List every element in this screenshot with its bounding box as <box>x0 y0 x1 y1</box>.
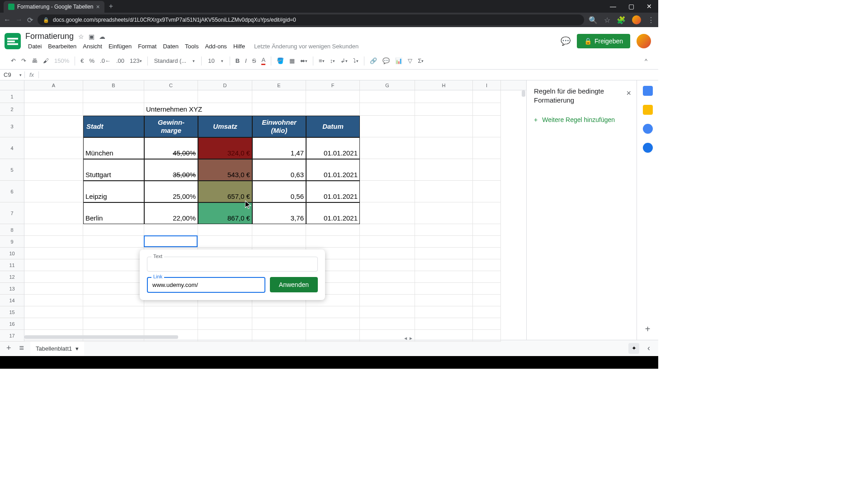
document-title[interactable]: Formatierung <box>25 32 74 41</box>
row-header-17[interactable]: 17 <box>0 330 24 342</box>
cell-stadt-1[interactable]: München <box>83 137 144 159</box>
link-button[interactable]: 🔗 <box>368 56 379 66</box>
all-sheets-button[interactable]: ≡ <box>18 343 26 353</box>
row-header-4[interactable]: 4 <box>0 137 24 159</box>
column-header-I[interactable]: I <box>473 80 501 90</box>
close-tab-icon[interactable]: × <box>96 3 100 10</box>
add-addon-icon[interactable]: + <box>645 324 651 334</box>
chart-button[interactable]: 📊 <box>393 56 404 66</box>
cell-einwohner-3[interactable]: 0,56 <box>252 181 306 202</box>
contacts-icon[interactable] <box>643 143 653 153</box>
sheet-nav-arrows[interactable]: ◄► <box>403 336 413 341</box>
undo-button[interactable]: ↶ <box>9 56 18 66</box>
column-header-B[interactable]: B <box>83 80 144 90</box>
cell-stadt-3[interactable]: Leipzig <box>83 181 144 202</box>
apply-link-button[interactable]: Anwenden <box>270 277 318 292</box>
star-doc-icon[interactable]: ☆ <box>78 33 84 40</box>
new-tab-button[interactable]: + <box>104 2 118 10</box>
horizontal-scrollbar[interactable] <box>24 335 178 339</box>
header-umsatz[interactable]: Umsatz <box>198 116 252 137</box>
menu-hilfe[interactable]: Hilfe <box>231 42 248 51</box>
cell-stadt-4[interactable]: Berlin <box>83 202 144 224</box>
collapse-toolbar-button[interactable]: ^ <box>643 56 649 66</box>
cell-einwohner-1[interactable]: 1,47 <box>252 137 306 159</box>
vertical-scrollbar[interactable] <box>522 90 525 97</box>
cell-stadt-2[interactable]: Stuttgart <box>83 159 144 181</box>
kebab-menu-icon[interactable]: ⋮ <box>647 16 655 24</box>
share-button[interactable]: 🔒 Freigeben <box>577 34 630 48</box>
print-button[interactable]: 🖶 <box>30 56 39 66</box>
row-header-8[interactable]: 8 <box>0 224 24 236</box>
column-header-F[interactable]: F <box>306 80 360 90</box>
menu-format[interactable]: Format <box>135 42 159 51</box>
valign-button[interactable]: ↕▾ <box>328 56 337 66</box>
row-header-2[interactable]: 2 <box>0 103 24 116</box>
move-doc-icon[interactable]: ▣ <box>89 33 94 40</box>
functions-button[interactable]: Σ▾ <box>416 56 425 66</box>
comments-icon[interactable]: 💬 <box>561 36 571 46</box>
maximize-button[interactable]: ▢ <box>622 3 640 10</box>
cell-umsatz-1[interactable]: 324,0 € <box>198 137 252 159</box>
rotate-button[interactable]: ⤵▾ <box>351 56 360 66</box>
row-header-16[interactable]: 16 <box>0 318 24 330</box>
more-formats-button[interactable]: 123▾ <box>128 56 144 66</box>
header-stadt[interactable]: Stadt <box>83 116 144 137</box>
cloud-status-icon[interactable]: ☁ <box>99 33 105 40</box>
header-datum[interactable]: Datum <box>306 116 360 137</box>
column-header-C[interactable]: C <box>144 80 198 90</box>
row-header-11[interactable]: 11 <box>0 259 24 271</box>
paint-format-button[interactable]: 🖌 <box>41 56 51 66</box>
name-box[interactable]: C9 ▾ <box>0 71 24 78</box>
row-header-12[interactable]: 12 <box>0 271 24 283</box>
sheet-tab-1[interactable]: Tabellenblatt1 ▾ <box>30 341 84 356</box>
link-url-input[interactable] <box>147 277 265 293</box>
row-header-9[interactable]: 9 <box>0 236 24 248</box>
select-all-corner[interactable] <box>0 80 24 90</box>
cell-umsatz-3[interactable]: 657,0 € <box>198 181 252 202</box>
row-header-14[interactable]: 14 <box>0 295 24 306</box>
merge-button[interactable]: ⬌▾ <box>298 56 309 66</box>
cell-marge-2[interactable]: 35,00% <box>144 159 198 181</box>
tasks-icon[interactable] <box>643 124 653 134</box>
star-icon[interactable]: ☆ <box>604 16 610 24</box>
extensions-icon[interactable]: 🧩 <box>617 16 626 24</box>
reload-button[interactable]: ⟳ <box>27 16 33 24</box>
row-header-3[interactable]: 3 <box>0 116 24 137</box>
zoom-select[interactable]: 150% <box>52 57 71 64</box>
zoom-icon[interactable]: 🔍 <box>589 16 598 24</box>
row-header-5[interactable]: 5 <box>0 159 24 181</box>
cell-datum-1[interactable]: 01.01.2021 <box>306 137 360 159</box>
add-rule-button[interactable]: + Weitere Regel hinzufügen <box>534 116 629 123</box>
cell-marge-1[interactable]: 45,00% <box>144 137 198 159</box>
browser-tab[interactable]: Formatierung - Google Tabellen × <box>4 1 104 13</box>
menu-einfügen[interactable]: Einfügen <box>106 42 134 51</box>
cell-marge-3[interactable]: 25,00% <box>144 181 198 202</box>
menu-add-ons[interactable]: Add-ons <box>202 42 229 51</box>
cell-datum-2[interactable]: 01.01.2021 <box>306 159 360 181</box>
column-header-D[interactable]: D <box>198 80 252 90</box>
last-edit-text[interactable]: Letzte Änderung vor wenigen Sekunden <box>251 42 361 51</box>
explore-button[interactable]: ✦ <box>628 343 639 354</box>
cell-datum-3[interactable]: 01.01.2021 <box>306 181 360 202</box>
forward-button[interactable]: → <box>15 16 23 24</box>
row-header-6[interactable]: 6 <box>0 181 24 202</box>
font-size-select[interactable]: 10▾ <box>205 57 226 64</box>
table-title[interactable]: Unternehmen XYZ <box>144 103 360 116</box>
link-text-input[interactable] <box>147 257 318 272</box>
strikethrough-button[interactable]: S <box>250 56 258 66</box>
close-window-button[interactable]: ✕ <box>640 3 658 10</box>
cell-umsatz-4[interactable]: 867,0 € <box>198 202 252 224</box>
header-marge[interactable]: Gewinn- marge <box>144 116 198 137</box>
row-header-15[interactable]: 15 <box>0 306 24 318</box>
comment-button[interactable]: 💬 <box>381 56 392 66</box>
profile-avatar[interactable] <box>632 15 641 24</box>
cell-einwohner-4[interactable]: 3,76 <box>252 202 306 224</box>
row-header-7[interactable]: 7 <box>0 202 24 224</box>
row-header-13[interactable]: 13 <box>0 283 24 295</box>
account-avatar[interactable] <box>637 34 651 48</box>
close-panel-icon[interactable]: × <box>626 89 631 98</box>
cell-marge-4[interactable]: 22,00% <box>144 202 198 224</box>
menu-datei[interactable]: Datei <box>25 42 44 51</box>
cell-einwohner-2[interactable]: 0,63 <box>252 159 306 181</box>
menu-daten[interactable]: Daten <box>160 42 181 51</box>
